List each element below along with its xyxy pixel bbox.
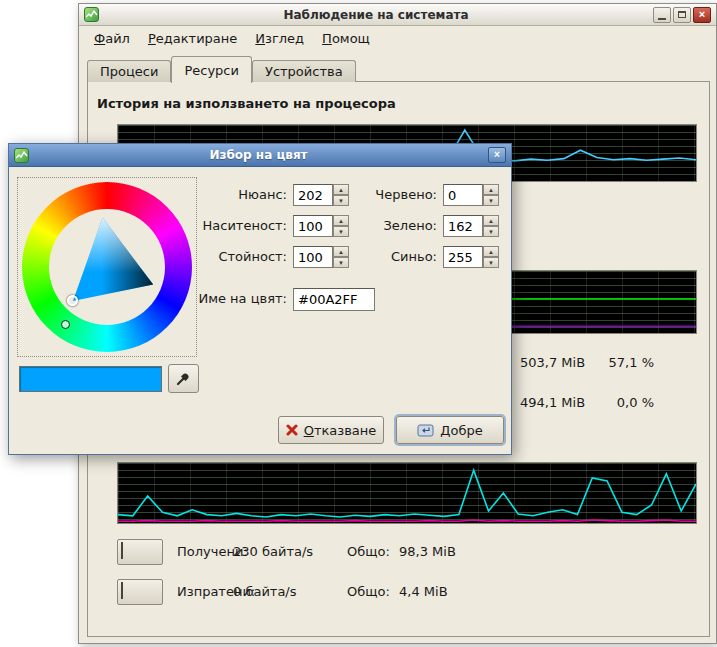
hue-label: Нюанс: (159, 184, 287, 202)
saturation-value-selector[interactable] (67, 295, 78, 306)
green-input[interactable] (443, 215, 483, 237)
sent-total-label: Общо: (347, 584, 390, 599)
red-label: Червено: (339, 184, 437, 202)
blue-label: Синьо: (339, 246, 437, 264)
dialog-titlebar[interactable]: Избор на цвят × (9, 144, 511, 167)
spin-down-button[interactable]: ▼ (483, 195, 499, 206)
dialog-button-row: Отказване Добре (9, 416, 501, 444)
spin-up-button[interactable]: ▲ (483, 184, 499, 195)
menu-file[interactable]: Файл (85, 28, 139, 49)
cpu-history-heading: История на използването на процесора (97, 96, 396, 111)
tab-devices[interactable]: Устройства (252, 60, 356, 82)
dialog-close-icon: × (494, 150, 500, 160)
color-wheel[interactable] (17, 177, 197, 357)
virtual-memory-percent: 0,0 % (588, 395, 654, 410)
tab-processes[interactable]: Процеси (87, 60, 171, 82)
received-rate: 230 байта/s (233, 544, 313, 559)
received-color-swatch (121, 542, 123, 559)
color-preview-swatch (19, 366, 162, 392)
saturation-label: Наситеност: (159, 215, 287, 233)
received-total: 98,3 MiB (399, 544, 456, 559)
system-monitor-icon (84, 7, 99, 22)
menu-help[interactable]: Помощ (313, 28, 379, 49)
saturation-input[interactable] (293, 215, 333, 237)
hue-input[interactable] (293, 184, 333, 206)
menu-edit[interactable]: Редактиране (139, 28, 246, 49)
spin-down-button[interactable]: ▼ (483, 257, 499, 268)
hue-ring[interactable] (22, 182, 192, 352)
maximize-button[interactable] (673, 7, 691, 23)
eyedropper-button[interactable] (168, 364, 199, 393)
green-stepper: ▲▼ (483, 215, 499, 237)
red-stepper: ▲▼ (483, 184, 499, 206)
hue-ring-selector[interactable] (61, 320, 70, 329)
maximize-icon (678, 11, 686, 18)
memory-percent: 57,1 % (588, 355, 654, 370)
menu-view[interactable]: Изглед (246, 28, 313, 49)
value-input[interactable] (293, 246, 333, 268)
blue-input[interactable] (443, 246, 483, 268)
color-picker-dialog: Избор на цвят × Нюанс: ▲▼ Наситеност: ▲▼… (8, 143, 512, 455)
sent-legend-row: Изпратени: 0 байта/s Общо: 4,4 MiB (88, 579, 709, 605)
color-name-input[interactable] (293, 288, 375, 311)
sent-color-button[interactable] (117, 579, 163, 605)
minimize-button[interactable] (653, 7, 671, 23)
ok-button[interactable]: Добре (396, 416, 504, 444)
spin-down-button[interactable]: ▼ (483, 226, 499, 237)
main-titlebar[interactable]: Наблюдение на системата × (79, 4, 716, 26)
cancel-x-icon (286, 424, 298, 436)
enter-key-icon (417, 424, 434, 437)
green-label: Зелено: (339, 215, 437, 233)
received-legend-row: Получени: 230 байта/s Общо: 98,3 MiB (88, 539, 709, 565)
tab-resources[interactable]: Ресурси (171, 56, 252, 83)
sent-total: 4,4 MiB (399, 584, 448, 599)
close-button[interactable]: × (693, 7, 711, 23)
sent-color-swatch (121, 582, 123, 599)
dialog-title: Избор на цвят (33, 148, 484, 162)
value-label: Стойност: (159, 246, 287, 264)
cancel-button[interactable]: Отказване (278, 416, 384, 444)
minimize-icon (658, 18, 666, 20)
received-total-label: Общо: (347, 544, 390, 559)
menubar: Файл Редактиране Изглед Помощ (79, 26, 716, 51)
spin-up-button[interactable]: ▲ (483, 215, 499, 226)
ok-label: Добре (440, 423, 482, 438)
network-history-chart (117, 462, 697, 524)
dialog-icon (14, 148, 29, 163)
tab-bar: Процеси Ресурси Устройства (87, 56, 356, 82)
received-color-button[interactable] (117, 539, 163, 565)
close-icon: × (699, 9, 705, 20)
dialog-close-button[interactable]: × (488, 147, 506, 163)
window-title: Наблюдение на системата (103, 8, 649, 22)
eyedropper-icon (176, 371, 191, 386)
spin-up-button[interactable]: ▲ (483, 246, 499, 257)
sent-rate: 0 байта/s (233, 584, 297, 599)
color-name-label: Име на цвят: (159, 288, 287, 306)
cancel-label: Отказване (304, 423, 377, 438)
red-input[interactable] (443, 184, 483, 206)
blue-stepper: ▲▼ (483, 246, 499, 268)
